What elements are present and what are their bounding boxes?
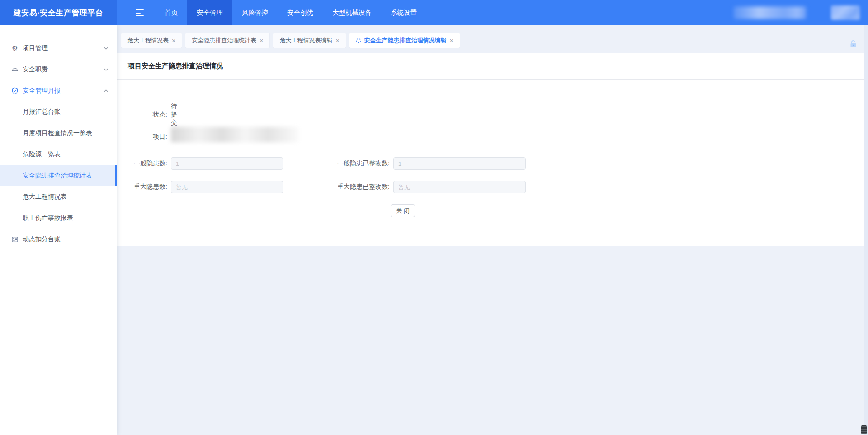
general-fixed-label: 一般隐患已整改数: xyxy=(307,159,390,168)
nav-item-large-machinery[interactable]: 大型机械设备 xyxy=(323,0,381,25)
scrollbar-thumb[interactable] xyxy=(861,425,867,434)
user-info-redacted[interactable] xyxy=(734,6,806,19)
tab-bar: 危大工程情况表 × 安全隐患排查治理统计表 × 危大工程情况表编辑 × 安全生产… xyxy=(117,25,864,53)
general-fixed-input[interactable] xyxy=(393,157,526,170)
hard-hat-icon xyxy=(11,66,19,73)
status-value: 待提交 xyxy=(171,103,177,127)
nav-item-safety-mgmt[interactable]: 安全管理 xyxy=(187,0,232,25)
menu-collapse-icon[interactable] xyxy=(136,9,145,16)
tab-hidden-danger-statistics[interactable]: 安全隐患排查治理统计表 × xyxy=(185,33,269,48)
app-window: 建安易·安全生产管理平台 首页 安全管理 风险管控 安全创优 大型机械设备 系统… xyxy=(0,0,868,435)
chevron-down-icon xyxy=(104,46,108,51)
unlock-icon[interactable] xyxy=(849,39,858,50)
project-value-redacted xyxy=(171,127,298,142)
tab-label: 危大工程情况表编辑 xyxy=(279,37,332,45)
sidebar-item-monthly-safety-report[interactable]: 安全管理月报 xyxy=(0,80,117,101)
sidebar-item-label: 项目管理 xyxy=(23,44,48,52)
general-hazard-input[interactable] xyxy=(171,157,283,170)
gear-icon: ⚙ xyxy=(11,45,19,52)
status-label: 状态: xyxy=(117,111,167,119)
user-avatar-redacted[interactable] xyxy=(831,5,860,20)
sidebar-item-dynamic-score-ledger[interactable]: 动态扣分台账 xyxy=(0,229,117,250)
sidebar: ⚙ 项目管理 安全职责 安全管理月报 月报汇总台账 月度项目检查情况 xyxy=(0,25,117,435)
sidebar-item-label: 安全管理月报 xyxy=(23,87,61,95)
major-fixed-label: 重大隐患已整改数: xyxy=(307,183,390,191)
major-hazard-input[interactable] xyxy=(171,181,283,193)
sidebar-item-safety-duty[interactable]: 安全职责 xyxy=(0,59,117,80)
nav-item-safety-excellence[interactable]: 安全创优 xyxy=(278,0,323,25)
tab-major-project-report-edit[interactable]: 危大工程情况表编辑 × xyxy=(273,33,345,48)
page-header: 项目安全生产隐患排查治理情况 xyxy=(117,53,864,80)
close-icon[interactable]: × xyxy=(450,37,453,44)
chevron-up-icon xyxy=(104,88,108,93)
sidebar-item-label: 安全职责 xyxy=(23,65,48,74)
shield-check-icon xyxy=(11,87,19,94)
sidebar-item-project-mgmt[interactable]: ⚙ 项目管理 xyxy=(0,37,117,59)
main-area: 危大工程情况表 × 安全隐患排查治理统计表 × 危大工程情况表编辑 × 安全生产… xyxy=(117,25,864,435)
sidebar-item-monthly-project-inspection[interactable]: 月度项目检查情况一览表 xyxy=(0,122,117,144)
major-fixed-input[interactable] xyxy=(393,181,526,193)
scrollbar-track xyxy=(864,25,868,435)
close-icon[interactable]: × xyxy=(335,37,339,44)
close-button[interactable]: 关 闭 xyxy=(391,204,415,217)
page-title: 项目安全生产隐患排查治理情况 xyxy=(128,62,223,70)
sidebar-item-hazard-source-list[interactable]: 危险源一览表 xyxy=(0,144,117,165)
detail-form: 状态: 待提交 项目: 一般隐患数: 一般隐患已整改数: 重大隐患数: 重大隐患… xyxy=(117,80,864,246)
app-logo: 建安易·安全生产管理平台 xyxy=(0,0,117,25)
top-navbar: 建安易·安全生产管理平台 首页 安全管理 风险管控 安全创优 大型机械设备 系统… xyxy=(0,0,868,25)
nav-item-system-settings[interactable]: 系统设置 xyxy=(381,0,426,25)
loading-circle-icon xyxy=(356,38,361,43)
major-hazard-label: 重大隐患数: xyxy=(117,183,167,191)
close-icon[interactable]: × xyxy=(259,37,263,44)
sidebar-item-label: 动态扣分台账 xyxy=(23,235,61,243)
chevron-down-icon xyxy=(104,67,108,72)
top-menu: 首页 安全管理 风险管控 安全创优 大型机械设备 系统设置 xyxy=(155,0,426,25)
project-label: 项目: xyxy=(117,133,167,141)
tab-label: 危大工程情况表 xyxy=(127,37,169,45)
sidebar-item-major-project-report[interactable]: 危大工程情况表 xyxy=(0,186,117,207)
navbar-right xyxy=(723,0,868,25)
tab-hidden-danger-edit[interactable]: 安全生产隐患排查治理情况编辑 × xyxy=(349,33,460,48)
tab-label: 安全隐患排查治理统计表 xyxy=(192,37,256,45)
sidebar-item-casualty-accident-report[interactable]: 职工伤亡事故报表 xyxy=(0,207,117,229)
close-icon[interactable]: × xyxy=(172,37,175,44)
id-card-icon xyxy=(11,236,19,243)
sidebar-item-monthly-summary-ledger[interactable]: 月报汇总台账 xyxy=(0,101,117,122)
tab-label: 安全生产隐患排查治理情况编辑 xyxy=(364,37,447,45)
sidebar-item-hidden-danger-statistics[interactable]: 安全隐患排查治理统计表 xyxy=(0,165,117,186)
general-hazard-label: 一般隐患数: xyxy=(117,159,167,168)
nav-item-risk-control[interactable]: 风险管控 xyxy=(232,0,278,25)
nav-item-home[interactable]: 首页 xyxy=(155,0,187,25)
tab-major-project-report[interactable]: 危大工程情况表 × xyxy=(121,33,182,48)
